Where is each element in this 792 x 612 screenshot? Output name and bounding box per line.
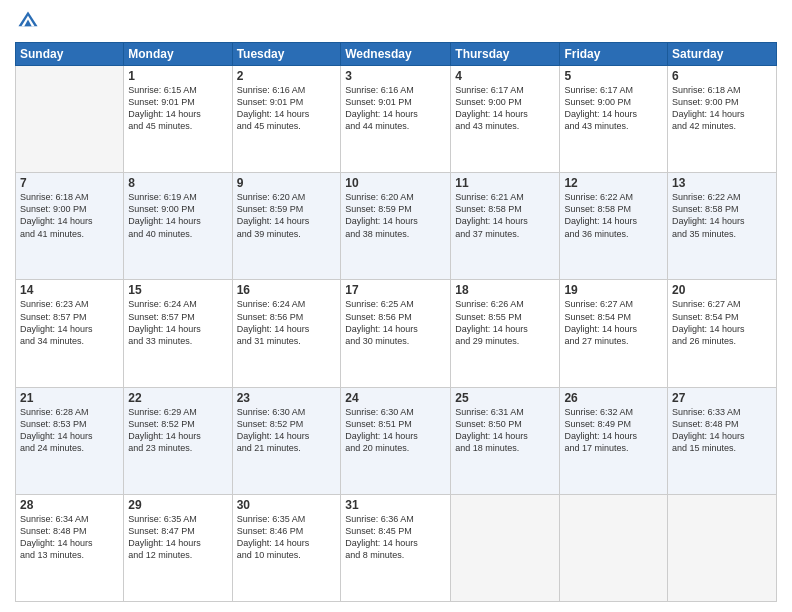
cell-info: Sunrise: 6:23 AM Sunset: 8:57 PM Dayligh… xyxy=(20,298,119,347)
calendar-cell: 18Sunrise: 6:26 AM Sunset: 8:55 PM Dayli… xyxy=(451,280,560,387)
cell-info: Sunrise: 6:26 AM Sunset: 8:55 PM Dayligh… xyxy=(455,298,555,347)
calendar-cell: 29Sunrise: 6:35 AM Sunset: 8:47 PM Dayli… xyxy=(124,494,232,601)
day-number: 17 xyxy=(345,283,446,297)
day-number: 28 xyxy=(20,498,119,512)
cell-info: Sunrise: 6:35 AM Sunset: 8:46 PM Dayligh… xyxy=(237,513,337,562)
cell-info: Sunrise: 6:32 AM Sunset: 8:49 PM Dayligh… xyxy=(564,406,663,455)
day-number: 15 xyxy=(128,283,227,297)
cell-info: Sunrise: 6:33 AM Sunset: 8:48 PM Dayligh… xyxy=(672,406,772,455)
day-number: 5 xyxy=(564,69,663,83)
cell-info: Sunrise: 6:19 AM Sunset: 9:00 PM Dayligh… xyxy=(128,191,227,240)
calendar-header-thursday: Thursday xyxy=(451,43,560,66)
cell-info: Sunrise: 6:27 AM Sunset: 8:54 PM Dayligh… xyxy=(672,298,772,347)
calendar-cell: 8Sunrise: 6:19 AM Sunset: 9:00 PM Daylig… xyxy=(124,173,232,280)
calendar-header-wednesday: Wednesday xyxy=(341,43,451,66)
day-number: 11 xyxy=(455,176,555,190)
day-number: 21 xyxy=(20,391,119,405)
calendar-cell: 10Sunrise: 6:20 AM Sunset: 8:59 PM Dayli… xyxy=(341,173,451,280)
calendar-cell: 14Sunrise: 6:23 AM Sunset: 8:57 PM Dayli… xyxy=(16,280,124,387)
calendar-row: 1Sunrise: 6:15 AM Sunset: 9:01 PM Daylig… xyxy=(16,66,777,173)
calendar-cell: 4Sunrise: 6:17 AM Sunset: 9:00 PM Daylig… xyxy=(451,66,560,173)
cell-info: Sunrise: 6:30 AM Sunset: 8:51 PM Dayligh… xyxy=(345,406,446,455)
day-number: 26 xyxy=(564,391,663,405)
day-number: 12 xyxy=(564,176,663,190)
day-number: 27 xyxy=(672,391,772,405)
calendar-cell: 19Sunrise: 6:27 AM Sunset: 8:54 PM Dayli… xyxy=(560,280,668,387)
calendar-cell xyxy=(16,66,124,173)
day-number: 24 xyxy=(345,391,446,405)
cell-info: Sunrise: 6:30 AM Sunset: 8:52 PM Dayligh… xyxy=(237,406,337,455)
cell-info: Sunrise: 6:28 AM Sunset: 8:53 PM Dayligh… xyxy=(20,406,119,455)
day-number: 29 xyxy=(128,498,227,512)
cell-info: Sunrise: 6:22 AM Sunset: 8:58 PM Dayligh… xyxy=(564,191,663,240)
cell-info: Sunrise: 6:22 AM Sunset: 8:58 PM Dayligh… xyxy=(672,191,772,240)
day-number: 9 xyxy=(237,176,337,190)
calendar-cell xyxy=(560,494,668,601)
cell-info: Sunrise: 6:15 AM Sunset: 9:01 PM Dayligh… xyxy=(128,84,227,133)
cell-info: Sunrise: 6:27 AM Sunset: 8:54 PM Dayligh… xyxy=(564,298,663,347)
day-number: 18 xyxy=(455,283,555,297)
calendar-cell: 9Sunrise: 6:20 AM Sunset: 8:59 PM Daylig… xyxy=(232,173,341,280)
calendar-cell: 25Sunrise: 6:31 AM Sunset: 8:50 PM Dayli… xyxy=(451,387,560,494)
day-number: 6 xyxy=(672,69,772,83)
calendar-cell: 30Sunrise: 6:35 AM Sunset: 8:46 PM Dayli… xyxy=(232,494,341,601)
day-number: 23 xyxy=(237,391,337,405)
day-number: 25 xyxy=(455,391,555,405)
cell-info: Sunrise: 6:20 AM Sunset: 8:59 PM Dayligh… xyxy=(237,191,337,240)
calendar-cell: 13Sunrise: 6:22 AM Sunset: 8:58 PM Dayli… xyxy=(668,173,777,280)
calendar-cell: 23Sunrise: 6:30 AM Sunset: 8:52 PM Dayli… xyxy=(232,387,341,494)
calendar-cell xyxy=(668,494,777,601)
calendar-cell: 11Sunrise: 6:21 AM Sunset: 8:58 PM Dayli… xyxy=(451,173,560,280)
calendar-row: 21Sunrise: 6:28 AM Sunset: 8:53 PM Dayli… xyxy=(16,387,777,494)
calendar-cell: 21Sunrise: 6:28 AM Sunset: 8:53 PM Dayli… xyxy=(16,387,124,494)
day-number: 13 xyxy=(672,176,772,190)
page: SundayMondayTuesdayWednesdayThursdayFrid… xyxy=(0,0,792,612)
calendar-header-saturday: Saturday xyxy=(668,43,777,66)
day-number: 14 xyxy=(20,283,119,297)
cell-info: Sunrise: 6:16 AM Sunset: 9:01 PM Dayligh… xyxy=(345,84,446,133)
calendar-cell xyxy=(451,494,560,601)
logo-icon xyxy=(17,10,39,32)
calendar-row: 7Sunrise: 6:18 AM Sunset: 9:00 PM Daylig… xyxy=(16,173,777,280)
day-number: 22 xyxy=(128,391,227,405)
cell-info: Sunrise: 6:34 AM Sunset: 8:48 PM Dayligh… xyxy=(20,513,119,562)
calendar-cell: 2Sunrise: 6:16 AM Sunset: 9:01 PM Daylig… xyxy=(232,66,341,173)
header xyxy=(15,10,777,36)
day-number: 8 xyxy=(128,176,227,190)
calendar-cell: 20Sunrise: 6:27 AM Sunset: 8:54 PM Dayli… xyxy=(668,280,777,387)
day-number: 10 xyxy=(345,176,446,190)
day-number: 20 xyxy=(672,283,772,297)
calendar-cell: 15Sunrise: 6:24 AM Sunset: 8:57 PM Dayli… xyxy=(124,280,232,387)
cell-info: Sunrise: 6:35 AM Sunset: 8:47 PM Dayligh… xyxy=(128,513,227,562)
cell-info: Sunrise: 6:18 AM Sunset: 9:00 PM Dayligh… xyxy=(20,191,119,240)
cell-info: Sunrise: 6:31 AM Sunset: 8:50 PM Dayligh… xyxy=(455,406,555,455)
calendar-header-monday: Monday xyxy=(124,43,232,66)
cell-info: Sunrise: 6:17 AM Sunset: 9:00 PM Dayligh… xyxy=(455,84,555,133)
cell-info: Sunrise: 6:21 AM Sunset: 8:58 PM Dayligh… xyxy=(455,191,555,240)
calendar-cell: 28Sunrise: 6:34 AM Sunset: 8:48 PM Dayli… xyxy=(16,494,124,601)
calendar-cell: 5Sunrise: 6:17 AM Sunset: 9:00 PM Daylig… xyxy=(560,66,668,173)
logo xyxy=(15,10,41,36)
calendar-header-tuesday: Tuesday xyxy=(232,43,341,66)
calendar-cell: 22Sunrise: 6:29 AM Sunset: 8:52 PM Dayli… xyxy=(124,387,232,494)
calendar-row: 28Sunrise: 6:34 AM Sunset: 8:48 PM Dayli… xyxy=(16,494,777,601)
cell-info: Sunrise: 6:29 AM Sunset: 8:52 PM Dayligh… xyxy=(128,406,227,455)
day-number: 4 xyxy=(455,69,555,83)
calendar-cell: 6Sunrise: 6:18 AM Sunset: 9:00 PM Daylig… xyxy=(668,66,777,173)
calendar-header-sunday: Sunday xyxy=(16,43,124,66)
day-number: 16 xyxy=(237,283,337,297)
calendar-cell: 16Sunrise: 6:24 AM Sunset: 8:56 PM Dayli… xyxy=(232,280,341,387)
calendar-table: SundayMondayTuesdayWednesdayThursdayFrid… xyxy=(15,42,777,602)
calendar-cell: 26Sunrise: 6:32 AM Sunset: 8:49 PM Dayli… xyxy=(560,387,668,494)
day-number: 31 xyxy=(345,498,446,512)
calendar-cell: 17Sunrise: 6:25 AM Sunset: 8:56 PM Dayli… xyxy=(341,280,451,387)
day-number: 19 xyxy=(564,283,663,297)
cell-info: Sunrise: 6:24 AM Sunset: 8:56 PM Dayligh… xyxy=(237,298,337,347)
calendar-cell: 7Sunrise: 6:18 AM Sunset: 9:00 PM Daylig… xyxy=(16,173,124,280)
cell-info: Sunrise: 6:24 AM Sunset: 8:57 PM Dayligh… xyxy=(128,298,227,347)
day-number: 7 xyxy=(20,176,119,190)
calendar-cell: 1Sunrise: 6:15 AM Sunset: 9:01 PM Daylig… xyxy=(124,66,232,173)
cell-info: Sunrise: 6:16 AM Sunset: 9:01 PM Dayligh… xyxy=(237,84,337,133)
calendar-cell: 24Sunrise: 6:30 AM Sunset: 8:51 PM Dayli… xyxy=(341,387,451,494)
calendar-header-friday: Friday xyxy=(560,43,668,66)
